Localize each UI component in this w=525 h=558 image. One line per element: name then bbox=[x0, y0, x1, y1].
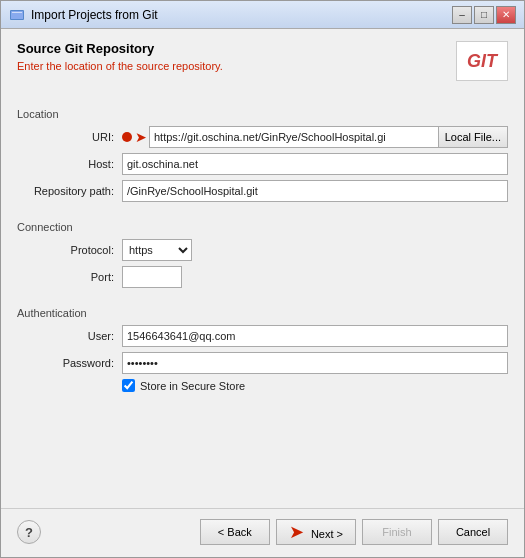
location-label: Location bbox=[17, 108, 508, 120]
port-row: Port: bbox=[17, 266, 508, 288]
finish-button[interactable]: Finish bbox=[362, 519, 432, 545]
header-section: Source Git Repository Enter the location… bbox=[17, 41, 508, 84]
svg-rect-2 bbox=[12, 12, 22, 13]
back-button[interactable]: < Back bbox=[200, 519, 270, 545]
window-controls: – □ ✕ bbox=[452, 6, 516, 24]
authentication-group: Authentication User: Password: Store in … bbox=[17, 297, 508, 396]
maximize-button[interactable]: □ bbox=[474, 6, 494, 24]
uri-input[interactable] bbox=[149, 126, 438, 148]
header-left: Source Git Repository Enter the location… bbox=[17, 41, 446, 84]
close-button[interactable]: ✕ bbox=[496, 6, 516, 24]
user-input[interactable] bbox=[122, 325, 508, 347]
window-icon bbox=[9, 7, 25, 23]
window-body: Source Git Repository Enter the location… bbox=[1, 29, 524, 557]
connection-group: Connection Protocol: https http git ssh … bbox=[17, 211, 508, 293]
password-input[interactable] bbox=[122, 352, 508, 374]
port-label: Port: bbox=[17, 271, 122, 283]
password-row: Password: bbox=[17, 352, 508, 374]
protocol-select[interactable]: https http git ssh bbox=[122, 239, 192, 261]
uri-row: URI: ➤ Local File... bbox=[17, 126, 508, 148]
title-bar: Import Projects from Git – □ ✕ bbox=[1, 1, 524, 29]
host-row: Host: bbox=[17, 153, 508, 175]
user-row: User: bbox=[17, 325, 508, 347]
authentication-label: Authentication bbox=[17, 307, 508, 319]
dialog-title: Source Git Repository bbox=[17, 41, 446, 56]
cancel-button[interactable]: Cancel bbox=[438, 519, 508, 545]
protocol-row: Protocol: https http git ssh bbox=[17, 239, 508, 261]
repo-path-label: Repository path: bbox=[17, 185, 122, 197]
host-input[interactable] bbox=[122, 153, 508, 175]
next-label: Next > bbox=[311, 528, 343, 540]
store-checkbox[interactable] bbox=[122, 379, 135, 392]
next-arrow-icon: ➤ bbox=[289, 521, 304, 543]
uri-marker bbox=[122, 132, 132, 142]
main-content: Source Git Repository Enter the location… bbox=[1, 29, 524, 508]
local-file-button[interactable]: Local File... bbox=[438, 126, 508, 148]
next-button[interactable]: ➤ Next > bbox=[276, 519, 356, 545]
minimize-button[interactable]: – bbox=[452, 6, 472, 24]
help-button[interactable]: ? bbox=[17, 520, 41, 544]
repo-path-input[interactable] bbox=[122, 180, 508, 202]
store-label: Store in Secure Store bbox=[140, 380, 245, 392]
password-label: Password: bbox=[17, 357, 122, 369]
location-group: Location URI: ➤ Local File... Host: bbox=[17, 98, 508, 207]
port-input[interactable] bbox=[122, 266, 182, 288]
user-label: User: bbox=[17, 330, 122, 342]
window-title: Import Projects from Git bbox=[31, 8, 452, 22]
uri-arrow-icon: ➤ bbox=[135, 129, 147, 145]
uri-container: ➤ Local File... bbox=[122, 126, 508, 148]
uri-label: URI: bbox=[17, 131, 122, 143]
store-checkbox-row: Store in Secure Store bbox=[122, 379, 508, 392]
button-bar: ? < Back ➤ Next > Finish Cancel bbox=[1, 508, 524, 557]
repo-path-row: Repository path: bbox=[17, 180, 508, 202]
dialog-description: Enter the location of the source reposit… bbox=[17, 60, 446, 72]
git-logo: GIT bbox=[456, 41, 508, 81]
protocol-label: Protocol: bbox=[17, 244, 122, 256]
connection-label: Connection bbox=[17, 221, 508, 233]
import-projects-window: Import Projects from Git – □ ✕ Source Gi… bbox=[0, 0, 525, 558]
nav-buttons: < Back ➤ Next > Finish Cancel bbox=[200, 519, 508, 545]
host-label: Host: bbox=[17, 158, 122, 170]
